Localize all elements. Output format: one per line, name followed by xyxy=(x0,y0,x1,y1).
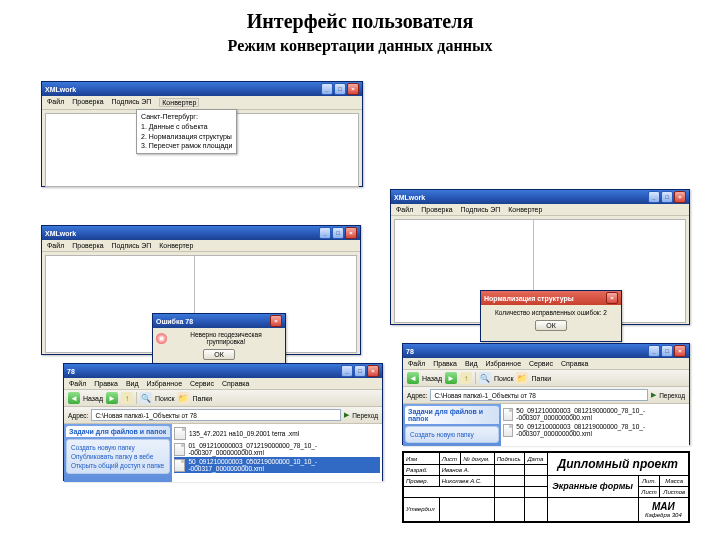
back-icon[interactable]: ◄ xyxy=(68,392,80,404)
menu-item[interactable]: Сервис xyxy=(529,360,553,367)
task-item[interactable]: Открыть общий доступ к папке xyxy=(71,461,165,470)
menu-item[interactable]: Вид xyxy=(465,360,478,367)
dialog-normalize: Нормализация структуры × Количество испр… xyxy=(480,290,622,342)
max-button[interactable]: □ xyxy=(332,227,344,239)
ok-button[interactable]: ОК xyxy=(535,320,567,331)
menu-item[interactable]: Сервис xyxy=(190,380,214,387)
menu-item[interactable]: Подпись ЭП xyxy=(112,98,152,107)
task-panel-header[interactable]: Задачи для файлов и папок xyxy=(66,426,170,437)
task-item[interactable]: Опубликовать папку в вебе xyxy=(71,452,165,461)
addr-label: Адрес: xyxy=(68,412,88,419)
dialog-title: Нормализация структуры xyxy=(484,295,574,302)
max-button[interactable]: □ xyxy=(661,191,673,203)
slide-title: Интерфейс пользователя xyxy=(0,10,720,33)
task-item[interactable]: Создать новую папку xyxy=(71,443,165,452)
close-button[interactable]: × xyxy=(367,365,379,377)
file-list: 135_47.2021 на10_09.2001 terra .xml 01_0… xyxy=(172,424,382,482)
menu-item[interactable]: Справка xyxy=(222,380,249,387)
xml-file-icon xyxy=(174,427,186,440)
min-button[interactable]: _ xyxy=(648,191,660,203)
max-button[interactable]: □ xyxy=(334,83,346,95)
dropdown-item[interactable]: 1. Данные с объекта xyxy=(141,122,232,132)
task-panel-header[interactable]: Задачи для файлов и папок xyxy=(405,406,499,424)
col-list: Лист xyxy=(439,453,461,465)
menu-item[interactable]: Файл xyxy=(408,360,425,367)
menu-item[interactable]: Избранное xyxy=(486,360,521,367)
search-label: Поиск xyxy=(494,375,513,382)
address-input[interactable]: C:\Новая папка\-1_Объекты от 78 xyxy=(91,409,341,421)
file-item[interactable]: 50_091210000003_081219000000_78_10_--000… xyxy=(503,406,687,422)
go-button[interactable]: Переход xyxy=(659,392,685,399)
explorer-body: Задачи для файлов и папок Создать новую … xyxy=(403,404,689,446)
folders-label: Папки xyxy=(531,375,551,382)
file-item-selected[interactable]: 50_091210000003_050219000000_10_10_--000… xyxy=(174,457,380,473)
min-button[interactable]: _ xyxy=(319,227,331,239)
min-button[interactable]: _ xyxy=(648,345,660,357)
menu-item[interactable]: Файл xyxy=(69,380,86,387)
dropdown-konverter: Санкт-Петербург: 1. Данные с объекта 2. … xyxy=(136,109,237,154)
menu-item-konverter[interactable]: Конвертер xyxy=(159,98,199,107)
close-button[interactable]: × xyxy=(345,227,357,239)
task-panel: Задачи для файлов и папок Создать новую … xyxy=(64,424,172,482)
addressbar: Адрес: C:\Новая папка\-1_Объекты от 78 ▶… xyxy=(64,407,382,424)
xml-file-icon xyxy=(503,408,513,421)
up-icon[interactable]: ↑ xyxy=(460,372,472,384)
menu-item[interactable]: Справка xyxy=(561,360,588,367)
min-button[interactable]: _ xyxy=(321,83,333,95)
dialog-body: × Неверно геодезическая группировка! ОК xyxy=(153,328,285,363)
menu-item[interactable]: Подпись ЭП xyxy=(461,206,501,213)
forward-icon[interactable]: ► xyxy=(106,392,118,404)
close-button[interactable]: × xyxy=(606,292,618,304)
close-button[interactable]: × xyxy=(270,315,282,327)
dropdown-item[interactable]: 3. Пересчет рамок площади xyxy=(141,141,232,151)
folders-icon[interactable]: 📁 xyxy=(177,392,189,404)
menubar: Файл Проверка Подпись ЭП Конвертер xyxy=(391,204,689,216)
forward-icon[interactable]: ► xyxy=(445,372,457,384)
window-xmlwork-top: XMLwork _ □ × Файл Проверка Подпись ЭП К… xyxy=(41,81,363,187)
dropdown-item[interactable]: 2. Нормализация структуры xyxy=(141,132,232,142)
close-button[interactable]: × xyxy=(674,191,686,203)
file-item[interactable]: 50_091210000003_081219000000_78_10_--000… xyxy=(503,422,687,438)
menu-item[interactable]: Правка xyxy=(433,360,457,367)
titlebar: 78 _ □ × xyxy=(64,364,382,378)
dialog-error-78: Ошибка 78 × × Неверно геодезическая груп… xyxy=(152,313,286,365)
menu-item[interactable]: Вид xyxy=(126,380,139,387)
explorer-body: Задачи для файлов и папок Создать новую … xyxy=(64,424,382,482)
row-listov: Листов xyxy=(660,486,689,497)
row-list2: Лист xyxy=(638,486,660,497)
min-button[interactable]: _ xyxy=(341,365,353,377)
ok-button[interactable]: ОК xyxy=(203,349,235,360)
menu-item[interactable]: Подпись ЭП xyxy=(112,242,152,249)
back-icon[interactable]: ◄ xyxy=(407,372,419,384)
file-item[interactable]: 135_47.2021 на10_09.2001 terra .xml xyxy=(174,426,380,441)
menu-item[interactable]: Проверка xyxy=(72,242,103,249)
search-icon[interactable]: 🔍 xyxy=(140,392,152,404)
folders-icon[interactable]: 📁 xyxy=(516,372,528,384)
project-title: Дипломный проект xyxy=(547,453,688,476)
menu-item[interactable]: Конвертер xyxy=(508,206,542,213)
screens-label: Экранные формы xyxy=(547,475,638,497)
back-label: Назад xyxy=(422,375,442,382)
menu-item[interactable]: Правка xyxy=(94,380,118,387)
xml-file-icon xyxy=(174,443,185,456)
go-button[interactable]: Переход xyxy=(352,412,378,419)
menu-item[interactable]: Файл xyxy=(47,242,64,249)
close-button[interactable]: × xyxy=(674,345,686,357)
menu-item[interactable]: Проверка xyxy=(72,98,103,107)
max-button[interactable]: □ xyxy=(354,365,366,377)
search-icon[interactable]: 🔍 xyxy=(479,372,491,384)
file-item[interactable]: 01_091210000003_071219000000_78_10_--000… xyxy=(174,441,380,457)
address-input[interactable]: C:\Новая папка\-1_Объекты от 78 xyxy=(430,389,648,401)
titlebar: Ошибка 78 × xyxy=(153,314,285,328)
menu-item[interactable]: Файл xyxy=(47,98,64,107)
up-icon[interactable]: ↑ xyxy=(121,392,133,404)
addr-label: Адрес: xyxy=(407,392,427,399)
menu-item[interactable]: Конвертер xyxy=(159,242,193,249)
name1: Иванов А. xyxy=(439,465,494,476)
menu-item[interactable]: Проверка xyxy=(421,206,452,213)
close-button[interactable]: × xyxy=(347,83,359,95)
menu-item[interactable]: Файл xyxy=(396,206,413,213)
max-button[interactable]: □ xyxy=(661,345,673,357)
menu-item[interactable]: Избранное xyxy=(147,380,182,387)
task-item[interactable]: Создать новую папку xyxy=(410,430,494,439)
